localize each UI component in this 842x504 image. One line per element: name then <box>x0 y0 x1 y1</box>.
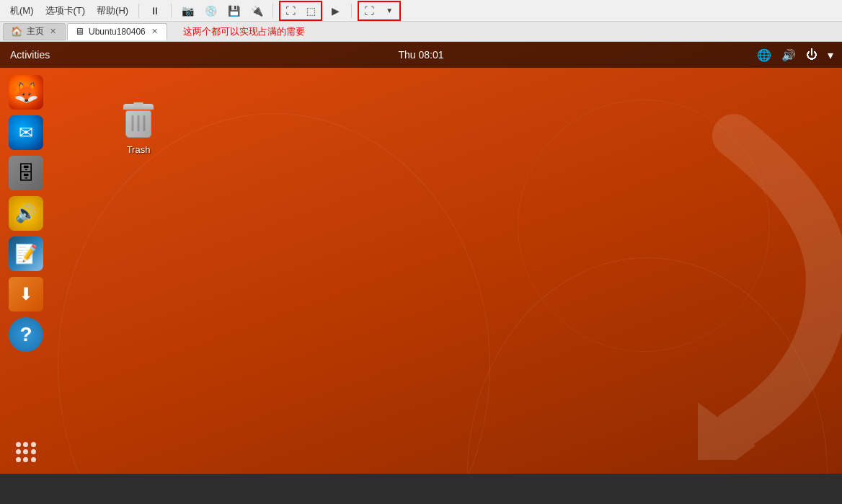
tab-ubuntu-close[interactable]: ✕ <box>150 27 159 36</box>
system-menu-icon[interactable]: ▾ <box>825 45 836 65</box>
dock-writer[interactable] <box>9 236 43 271</box>
tab-home-close[interactable]: ✕ <box>48 27 58 36</box>
grid-dot <box>23 457 28 462</box>
toolbar-screenshot-btn[interactable]: 📷 <box>177 2 198 19</box>
trash-lines <box>132 115 146 131</box>
network-icon[interactable]: 🌐 <box>754 45 774 65</box>
toolbar-divider2 <box>171 4 172 18</box>
panel-right-area: 🌐 🔊 ⏻ ▾ <box>754 45 842 65</box>
power-icon[interactable]: ⏻ <box>803 45 820 64</box>
trash-desktop-icon[interactable]: Trash <box>115 100 161 159</box>
ubuntu-dock <box>0 68 52 474</box>
activities-button[interactable]: Activities <box>0 42 60 68</box>
tab-ubuntu[interactable]: 🖥 Ubuntu180406 ✕ <box>67 23 167 40</box>
trash-line <box>138 115 140 131</box>
toolbar-scaled-group: ⛶ ▼ <box>358 1 401 21</box>
decorative-swoosh-3 <box>518 100 770 352</box>
grid-dot <box>16 449 21 454</box>
ubuntu-desktop[interactable]: Activities Thu 08:01 🌐 🔊 ⏻ ▾ <box>0 42 842 474</box>
menu-tabs[interactable]: 选项卡(T) <box>41 3 90 19</box>
toolbar-pause-btn[interactable]: ⏸ <box>145 2 165 19</box>
toolbar-divider3 <box>272 4 273 18</box>
app-grid-button[interactable] <box>12 438 40 467</box>
tab-ubuntu-label: Ubuntu180406 <box>89 27 146 37</box>
toolbar-fullscreen2-btn[interactable]: ⛶ <box>359 2 379 19</box>
dock-files[interactable] <box>9 156 43 190</box>
panel-clock: Thu 08:01 <box>398 49 443 61</box>
toolbar-terminal-btn[interactable]: ▶ <box>325 2 345 19</box>
trash-icon-image <box>120 104 157 141</box>
toolbar-usb-btn[interactable]: 🔌 <box>247 2 267 19</box>
toolbar-menu-btn[interactable]: ▼ <box>379 2 399 19</box>
dock-sound[interactable] <box>9 196 43 231</box>
annotation-text: 这两个都可以实现占满的需要 <box>183 25 305 38</box>
dock-installer[interactable] <box>9 277 43 311</box>
home-icon: 🏠 <box>11 26 22 37</box>
trash-line <box>132 115 134 131</box>
tab-home[interactable]: 🏠 主页 ✕ <box>3 23 66 40</box>
trash-body <box>125 110 151 138</box>
toolbar-fullscreen1-btn[interactable]: ⛶ <box>280 2 301 19</box>
grid-dot <box>16 457 21 462</box>
grid-dot <box>31 449 36 454</box>
menu-help[interactable]: 帮助(H) <box>92 3 133 19</box>
toolbar-fullscreen-group: ⛶ ⬚ <box>279 1 322 21</box>
trash-lid-handle <box>133 102 143 106</box>
ubuntu-top-panel: Activities Thu 08:01 🌐 🔊 ⏻ ▾ <box>0 42 842 68</box>
dock-help[interactable] <box>9 317 43 352</box>
toolbar-divider4 <box>351 4 352 18</box>
trash-label: Trash <box>127 144 151 155</box>
toolbar-divider <box>138 4 139 18</box>
grid-dot <box>23 449 28 454</box>
toolbar-insert-cd-btn[interactable]: 💿 <box>200 2 221 19</box>
menu-machine[interactable]: 机(M) <box>6 3 38 19</box>
toolbar-insert-fd-btn[interactable]: 💾 <box>223 2 244 19</box>
dock-thunderbird[interactable] <box>9 115 43 150</box>
trash-line <box>143 115 146 131</box>
vbox-menubar: 机(M) 选项卡(T) 帮助(H) ⏸ 📷 💿 💾 🔌 ⛶ ⬚ ▶ ⛶ ▼ <box>0 0 842 22</box>
volume-icon[interactable]: 🔊 <box>779 45 799 65</box>
ubuntu-icon: 🖥 <box>75 26 84 37</box>
decorative-swoosh-1 <box>58 113 490 474</box>
grid-dot <box>16 442 21 447</box>
tab-home-label: 主页 <box>27 25 44 37</box>
dock-firefox[interactable] <box>9 75 43 110</box>
grid-dot <box>31 457 36 462</box>
grid-dot <box>23 442 28 447</box>
vbox-tabbar: 🏠 主页 ✕ 🖥 Ubuntu180406 ✕ 这两个都可以实现占满的需要 <box>0 22 842 42</box>
toolbar-seamless-btn[interactable]: ⬚ <box>301 2 321 19</box>
grid-dot <box>31 442 36 447</box>
